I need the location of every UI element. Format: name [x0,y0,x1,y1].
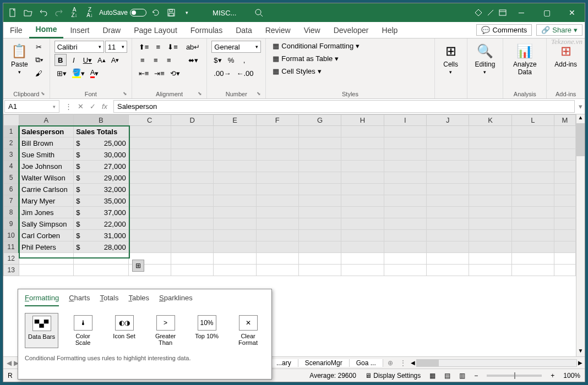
cell-K7[interactable] [469,195,511,207]
cell-G12[interactable] [298,253,341,265]
cell-I5[interactable] [384,172,426,184]
cell-K2[interactable] [469,138,511,149]
paste-button[interactable]: 📋 Paste▾ [8,41,31,77]
cell-A12[interactable] [19,253,74,265]
currency-button[interactable]: $▾ [211,54,224,66]
qa-item-icon-set[interactable]: ◐◑Icon Set [107,313,141,348]
qa-item-color-scale[interactable]: 🌡Color Scale [66,313,100,348]
row-header-7[interactable]: 7 [4,195,19,207]
open-file-icon[interactable] [22,7,34,19]
cell-C10[interactable] [128,230,171,241]
cell-I1[interactable] [384,126,426,138]
col-header-M[interactable]: M [554,115,576,126]
comma-button[interactable]: , [238,54,251,66]
cell-E1[interactable] [214,126,256,138]
cell-E3[interactable] [214,149,256,161]
cell-A1[interactable]: Salesperson [19,126,74,138]
cell-D11[interactable] [171,241,213,253]
cell-M2[interactable] [554,138,576,149]
view-layout-icon[interactable]: ▤ [444,372,450,380]
cell-L7[interactable] [511,195,554,207]
scroll-down-icon[interactable]: ▼ [576,348,585,356]
tab-developer[interactable]: Developer [327,22,375,38]
cell-G3[interactable] [298,149,341,161]
cell-J10[interactable] [427,230,469,241]
qa-item-greater-than[interactable]: >Greater Than [149,313,182,348]
quick-analysis-button[interactable]: ⊞ [132,260,144,272]
cell-L4[interactable] [511,161,554,172]
cell-I12[interactable] [384,253,426,265]
row-header-12[interactable]: 12 [4,253,19,265]
cell-M13[interactable] [554,265,576,276]
cell-H2[interactable] [341,138,384,149]
cell-L9[interactable] [511,218,554,230]
cell-H12[interactable] [341,253,384,265]
analyze-data-button[interactable]: 📊Analyze Data [508,41,542,78]
cell-D1[interactable] [171,126,213,138]
cell-K4[interactable] [469,161,511,172]
cell-J13[interactable] [427,265,469,276]
qa-tab-formatting[interactable]: Formatting [25,294,59,306]
cell-M3[interactable] [554,149,576,161]
row-header-10[interactable]: 10 [4,230,19,241]
cell-D4[interactable] [171,161,213,172]
cell-M7[interactable] [554,195,576,207]
cell-B1[interactable]: Sales Totals [74,126,128,138]
cell-H8[interactable] [341,207,384,218]
window-icon[interactable] [497,7,509,19]
cell-E12[interactable] [214,253,256,265]
cell-G8[interactable] [298,207,341,218]
cell-H10[interactable] [341,230,384,241]
cell-G6[interactable] [298,184,341,195]
cell-F11[interactable] [256,241,298,253]
cell-I7[interactable] [384,195,426,207]
row-header-8[interactable]: 8 [4,207,19,218]
cell-F4[interactable] [256,161,298,172]
col-header-D[interactable]: D [171,115,213,126]
row-header-4[interactable]: 4 [4,161,19,172]
cell-L5[interactable] [511,172,554,184]
cell-D2[interactable] [171,138,213,149]
cell-F7[interactable] [256,195,298,207]
col-header-A[interactable]: A [19,115,74,126]
cell-D3[interactable] [171,149,213,161]
number-format-select[interactable]: General▾ [211,41,261,53]
number-launcher-icon[interactable]: ⬊ [257,91,261,96]
cell-B3[interactable]: $30,000 [74,149,128,161]
decrease-font-button[interactable]: A▾ [109,54,122,66]
redo-icon[interactable] [53,7,65,19]
cell-L1[interactable] [511,126,554,138]
cell-F12[interactable] [256,253,298,265]
new-sheet-button[interactable]: ⊕ [383,359,398,367]
col-header-H[interactable]: H [341,115,384,126]
cell-L10[interactable] [511,230,554,241]
clipboard-launcher-icon[interactable]: ⬊ [41,91,45,96]
cell-J8[interactable] [427,207,469,218]
cell-D5[interactable] [171,172,213,184]
font-name-select[interactable]: Calibri▾ [55,41,104,53]
cell-B13[interactable] [74,265,128,276]
sort-asc-icon[interactable]: AZ↓ [68,7,80,19]
alignment-launcher-icon[interactable]: ⬊ [198,91,202,96]
cell-H6[interactable] [341,184,384,195]
cell-D9[interactable] [171,218,213,230]
scroll-right-icon[interactable]: ▶ [578,360,582,366]
cell-K8[interactable] [469,207,511,218]
cell-K5[interactable] [469,172,511,184]
tab-data[interactable]: Data [229,22,259,38]
cell-K3[interactable] [469,149,511,161]
cell-E6[interactable] [214,184,256,195]
cell-E4[interactable] [214,161,256,172]
cell-I3[interactable] [384,149,426,161]
cell-E9[interactable] [214,218,256,230]
cell-G2[interactable] [298,138,341,149]
comments-button[interactable]: 💬 Comments [476,24,532,36]
cell-F5[interactable] [256,172,298,184]
cell-F10[interactable] [256,230,298,241]
cell-A7[interactable]: Mary Myer [19,195,74,207]
cell-D6[interactable] [171,184,213,195]
cell-L12[interactable] [511,253,554,265]
cell-H5[interactable] [341,172,384,184]
sheet-tab[interactable]: Goa ... [350,359,383,367]
cell-K10[interactable] [469,230,511,241]
